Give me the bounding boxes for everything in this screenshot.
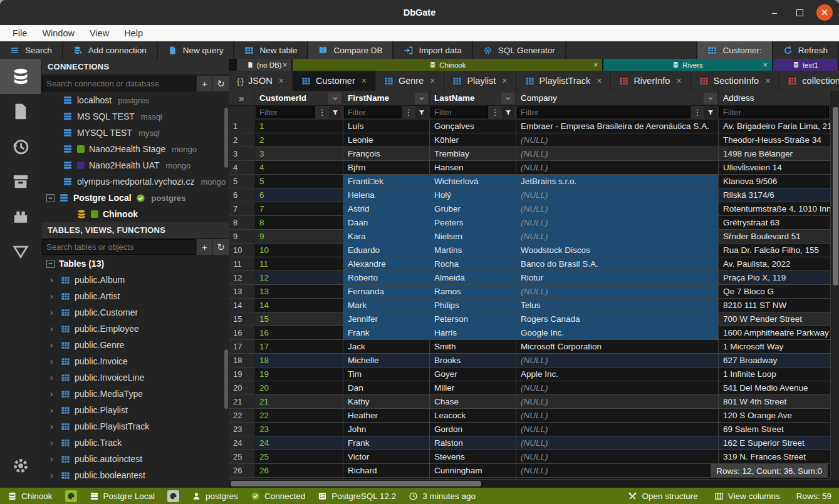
chevron-right-icon[interactable]: › [50,373,56,383]
row-number[interactable]: 10 [229,244,255,257]
cell-customerid[interactable]: 12 [255,271,343,285]
row-number[interactable]: 17 [229,340,255,354]
sidebar-nav-cell-data[interactable] [0,234,41,269]
menu-view[interactable]: View [83,27,115,39]
cell-lastname[interactable]: Nielsen [430,230,516,244]
connection-item-nano2health-stage[interactable]: Nano2Health Stagemongo [41,141,229,157]
column-dropdown[interactable] [415,93,428,104]
tab-collection[interactable]: collection [779,71,839,91]
cell-company[interactable]: (NULL) [516,436,719,450]
cell-address[interactable]: Klanova 9/506 [719,175,831,188]
cell-address[interactable]: 69 Salem Street [719,423,831,436]
status-connected[interactable]: Connected [251,491,305,501]
status-chinook[interactable]: Chinook [8,491,53,501]
cell-firstname[interactable]: Alexandre [343,257,430,271]
tab-sectioninfo[interactable]: SectionInfo× [691,71,779,91]
filter-input-company[interactable] [517,106,690,118]
cell-lastname[interactable]: Smith [430,340,516,354]
cell-lastname[interactable]: Almeida [430,271,516,285]
cell-firstname[interactable]: Eduardo [343,244,430,257]
cell-firstname[interactable]: François [343,147,430,161]
grid-vertical-scrollbar[interactable] [831,91,839,480]
connections-scrollbar[interactable] [224,108,228,168]
chevron-right-icon[interactable]: › [50,356,56,366]
close-icon[interactable]: ✕ [816,4,833,21]
row-number[interactable]: 23 [229,423,255,436]
cell-lastname[interactable]: Peterson [430,312,516,326]
cell-customerid[interactable]: 4 [255,161,343,175]
cell-customerid[interactable]: 6 [255,188,343,202]
cell-customerid[interactable]: 7 [255,202,343,216]
filter-input-customerid[interactable] [256,106,315,118]
kebab-menu-icon[interactable]: ⋮ [402,106,415,118]
cell-company[interactable]: (NULL) [516,450,719,464]
toolbar-button-import-data[interactable]: Import data [393,41,471,59]
cell-firstname[interactable]: Luís [343,120,430,133]
cell-lastname[interactable]: Holý [430,188,516,202]
cell-lastname[interactable]: Brooks [430,354,516,368]
cell-customerid[interactable]: 20 [255,381,343,395]
cell-customerid[interactable]: 17 [255,340,343,354]
row-number[interactable]: 22 [229,409,255,423]
kebab-menu-icon[interactable]: ⋮ [691,106,704,118]
row-number[interactable]: 18 [229,354,255,368]
cell-firstname[interactable]: Franti□ek [343,175,430,188]
connection-item-nano2health-uat[interactable]: Nano2Health UATmongo [41,157,229,173]
close-icon[interactable]: × [763,61,768,69]
cell-lastname[interactable]: Miller [430,381,516,395]
cell-company[interactable]: (NULL) [516,409,719,423]
chevron-right-icon[interactable]: › [50,340,56,350]
tab-customer[interactable]: Customer× [293,71,375,91]
cell-customerid[interactable]: 26 [255,464,343,478]
cell-address[interactable]: Sřnder Boulevard 51 [719,230,831,244]
cell-customerid[interactable]: 21 [255,395,343,409]
cell-lastname[interactable]: Goyer [430,368,516,381]
cell-customerid[interactable]: 24 [255,436,343,450]
row-number[interactable]: 9 [229,230,255,244]
tables-group[interactable]: −Tables (13) [41,255,229,272]
sidebar-nav-archive[interactable] [0,164,41,199]
cell-lastname[interactable]: Köhler [430,133,516,147]
cell-company[interactable]: (NULL) [516,133,719,147]
tables-scrollbar[interactable] [224,349,228,409]
cell-customerid[interactable]: 11 [255,257,343,271]
table-item-public-playlist[interactable]: ›public.Playlist [41,402,229,418]
cell-customerid[interactable]: 1 [255,120,343,133]
settings-gear-icon[interactable] [0,451,41,480]
cell-address[interactable]: 1498 rue Bélanger [719,147,831,161]
cell-company[interactable]: Microsoft Corporation [516,340,719,354]
cell-customerid[interactable]: 18 [255,354,343,368]
cell-company[interactable]: (NULL) [516,230,719,244]
status-open-structure[interactable]: Open structure [628,491,697,501]
row-number[interactable]: 13 [229,285,255,299]
cell-firstname[interactable]: Roberto [343,271,430,285]
cell-company[interactable]: Riotur [516,271,719,285]
row-number[interactable]: 11 [229,257,255,271]
cell-customerid[interactable]: 5 [255,175,343,188]
row-number[interactable]: 14 [229,299,255,312]
close-icon[interactable]: × [765,76,770,86]
cell-lastname[interactable]: Philips [430,299,516,312]
connection-item-olympus-medportal-vychozi-cz[interactable]: olympus-medportal.vychozi.czmongo [41,173,229,190]
close-icon[interactable]: × [279,76,284,86]
cell-customerid[interactable]: 25 [255,450,343,464]
cell-lastname[interactable]: Cunningham [430,464,516,478]
cell-company[interactable]: (NULL) [516,216,719,230]
cell-address[interactable]: 801 W 4th Street [719,395,831,409]
tab-group-chinook[interactable]: Chinook× [293,59,602,71]
cell-customerid[interactable]: 22 [255,409,343,423]
column-header-address[interactable]: Address [719,91,831,106]
tables-search-input[interactable] [42,239,196,255]
cell-company[interactable]: Embraer - Empresa Brasileira de Aeronáut… [516,120,719,133]
cell-lastname[interactable]: Gonçalves [430,120,516,133]
minimize-icon[interactable]: – [766,4,783,21]
cell-lastname[interactable]: Gordon [430,423,516,436]
cell-firstname[interactable]: Mark [343,299,430,312]
table-item-public-invoice[interactable]: ›public.Invoice [41,353,229,369]
row-number[interactable]: 4 [229,161,255,175]
filter-funnel-icon[interactable] [502,106,514,118]
toolbar-button-sql-generator[interactable]: SQL Generator [473,41,565,59]
status-postgre-local[interactable]: Postgre Local [90,491,155,501]
menu-help[interactable]: Help [118,27,149,39]
cell-company[interactable]: (NULL) [516,464,719,478]
